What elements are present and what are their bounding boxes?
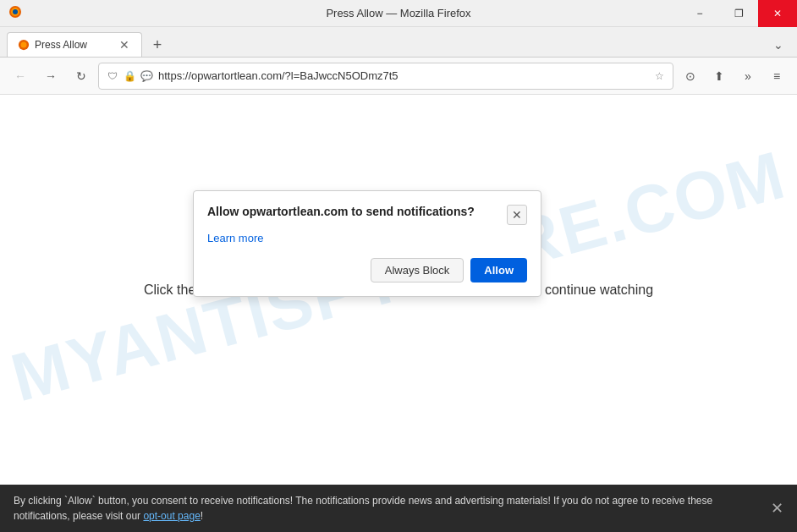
more-tools-button[interactable]: » <box>734 63 761 90</box>
titlebar-title: Press Allow — Mozilla Firefox <box>326 7 470 19</box>
bottom-bar-close-button[interactable]: ✕ <box>767 498 787 518</box>
nav-right-icons: ⊙ ⬆ » ≡ <box>677 63 790 90</box>
bookmark-star-icon[interactable]: ☆ <box>652 69 666 83</box>
tab-favicon-icon <box>18 39 30 51</box>
page-content: Allow opwartortlean.com to send notifica… <box>0 95 797 458</box>
titlebar: Press Allow — Mozilla Firefox − ❐ ✕ <box>0 0 797 27</box>
menu-button[interactable]: ≡ <box>763 63 790 90</box>
svg-point-4 <box>21 42 27 48</box>
restore-button[interactable]: ❐ <box>719 0 758 27</box>
titlebar-controls: − ❐ ✕ <box>680 0 797 27</box>
url-text: https://opwartortlean.com/?l=BaJwccN5ODm… <box>158 69 647 82</box>
tab-title: Press Allow <box>35 39 113 51</box>
bottom-bar-text-after: ! <box>201 510 203 522</box>
allow-button[interactable]: Allow <box>470 258 527 282</box>
share-button[interactable]: ⬆ <box>706 63 733 90</box>
bottom-bar-text-before: By clicking `Allow` button, you consent … <box>14 495 712 522</box>
active-tab[interactable]: Press Allow ✕ <box>7 32 142 57</box>
lock-icon: 🔒 <box>123 69 136 83</box>
opt-out-link[interactable]: opt-out page <box>143 510 200 522</box>
bottom-bar-text: By clicking `Allow` button, you consent … <box>14 493 763 524</box>
svg-point-2 <box>13 9 18 14</box>
minimize-button[interactable]: − <box>680 0 719 27</box>
reload-button[interactable]: ↻ <box>68 63 95 90</box>
notification-permissions-icon: 💬 <box>140 69 153 83</box>
navbar: ← → ↻ 🛡 🔒 💬 https://opwartortlean.com/?l… <box>0 58 797 95</box>
bottom-notification-bar: By clicking `Allow` button, you consent … <box>0 485 797 532</box>
tabbar: Press Allow ✕ + ⌄ <box>0 27 797 58</box>
address-bar[interactable]: 🛡 🔒 💬 https://opwartortlean.com/?l=BaJwc… <box>98 63 673 90</box>
popup-buttons: Always Block Allow <box>207 258 527 282</box>
learn-more-link[interactable]: Learn more <box>207 232 527 244</box>
always-block-button[interactable]: Always Block <box>371 258 464 282</box>
forward-button[interactable]: → <box>37 63 64 90</box>
popup-title: Allow opwartortlean.com to send notifica… <box>207 205 507 218</box>
pocket-button[interactable]: ⊙ <box>677 63 704 90</box>
shield-icon: 🛡 <box>106 69 119 83</box>
tab-close-button[interactable]: ✕ <box>118 38 131 52</box>
security-icons: 🛡 🔒 💬 <box>106 69 153 83</box>
tab-expand-button[interactable]: ⌄ <box>767 33 790 57</box>
popup-header: Allow opwartortlean.com to send notifica… <box>207 205 527 225</box>
popup-close-button[interactable]: ✕ <box>507 205 527 225</box>
back-button[interactable]: ← <box>7 63 34 90</box>
firefox-logo-icon <box>8 5 22 22</box>
notification-popup: Allow opwartortlean.com to send notifica… <box>193 190 541 297</box>
close-button[interactable]: ✕ <box>758 0 797 27</box>
new-tab-button[interactable]: + <box>146 33 169 57</box>
